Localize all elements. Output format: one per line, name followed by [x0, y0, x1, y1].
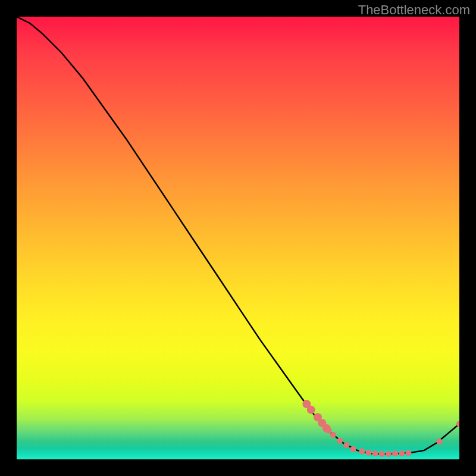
data-point [365, 450, 371, 456]
data-point [372, 450, 378, 456]
chart-area [17, 17, 459, 459]
curve-line [17, 17, 459, 454]
data-point [386, 451, 392, 457]
data-point [343, 442, 349, 448]
data-point [326, 428, 332, 434]
data-point [437, 439, 443, 444]
data-point [350, 446, 356, 452]
data-point [379, 451, 385, 457]
data-point [330, 432, 336, 438]
chart-svg [17, 17, 459, 459]
data-point [392, 450, 398, 456]
data-point [337, 438, 343, 444]
data-point [399, 450, 405, 456]
data-point [405, 450, 411, 456]
watermark-text: TheBottleneck.com [358, 2, 470, 18]
data-point [359, 449, 365, 455]
data-point [307, 406, 315, 414]
